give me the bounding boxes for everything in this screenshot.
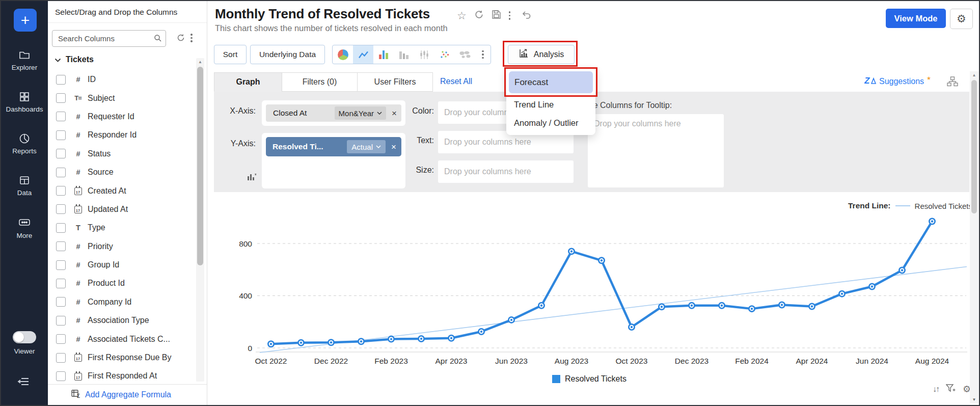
x-axis-granularity-dropdown[interactable]: Mon&Year <box>335 106 387 120</box>
reset-all-link[interactable]: Reset All <box>440 77 472 86</box>
tab-user-filters[interactable]: User Filters <box>357 72 433 92</box>
search-columns-input[interactable] <box>52 30 166 47</box>
size-dropzone[interactable]: Drop your columns here <box>438 160 574 183</box>
column-checkbox[interactable] <box>56 149 66 158</box>
column-checkbox[interactable] <box>56 279 66 288</box>
column-row[interactable]: # Responder Id <box>48 126 197 144</box>
columns-more-menu-icon[interactable] <box>190 34 193 42</box>
candlestick-chart-icon[interactable] <box>414 45 434 64</box>
column-checkbox[interactable] <box>56 260 66 270</box>
column-row[interactable]: First Responded At <box>48 367 197 385</box>
y-axis-dropzone[interactable]: Resolved Ti... Actual × <box>262 133 405 188</box>
bar-chart-icon[interactable] <box>373 45 394 64</box>
data-point[interactable] <box>388 336 395 343</box>
refresh-columns-icon[interactable] <box>176 33 185 44</box>
data-point[interactable] <box>328 339 335 346</box>
tab-filters[interactable]: Filters (0) <box>282 72 358 92</box>
scatter-chart-icon[interactable] <box>434 45 455 64</box>
undo-icon[interactable] <box>521 10 532 21</box>
scroll-up-icon[interactable]: ▲ <box>970 73 978 77</box>
data-point[interactable] <box>418 335 425 342</box>
columns-scrollbar[interactable]: ▲ <box>196 58 204 382</box>
data-point[interactable] <box>899 267 906 274</box>
column-checkbox[interactable] <box>56 316 66 326</box>
column-checkbox[interactable] <box>56 75 66 85</box>
column-checkbox[interactable] <box>56 334 66 344</box>
tab-graph[interactable]: Graph <box>214 72 282 92</box>
data-point[interactable] <box>808 303 815 310</box>
data-point[interactable] <box>508 316 515 323</box>
add-aggregate-formula-link[interactable]: Σ Add Aggregate Formula <box>48 384 207 405</box>
column-row[interactable]: # Status <box>48 145 197 163</box>
column-checkbox[interactable] <box>56 130 66 140</box>
scrollbar-thumb[interactable] <box>197 67 203 265</box>
column-checkbox[interactable] <box>56 168 66 177</box>
x-axis-chip[interactable]: Closed At Mon&Year × <box>266 104 401 122</box>
column-row[interactable]: # Company Id <box>48 293 197 311</box>
scroll-down-icon[interactable]: ▼ <box>970 397 978 402</box>
data-point[interactable] <box>568 248 575 255</box>
menu-item-anomaly-outlier[interactable]: Anomaly / Outlier <box>506 114 595 132</box>
column-checkbox[interactable] <box>56 297 66 307</box>
y-axis-chip[interactable]: Resolved Ti... Actual × <box>266 137 401 156</box>
settings-gear-button[interactable]: ⚙ <box>950 9 973 29</box>
column-checkbox[interactable] <box>56 223 66 233</box>
table-group-tickets[interactable]: Tickets <box>55 55 94 64</box>
menu-item-trend-line[interactable]: Trend Line <box>506 95 595 114</box>
sidebar-item-explorer[interactable]: Explorer <box>1 49 48 71</box>
column-checkbox[interactable] <box>56 204 66 214</box>
sitemap-icon[interactable] <box>947 76 958 89</box>
tooltip-dropzone[interactable]: Drop your columns here <box>588 114 724 187</box>
data-point[interactable] <box>448 335 455 342</box>
map-chart-icon[interactable] <box>455 45 475 64</box>
analysis-button[interactable]: Analysis <box>508 45 575 64</box>
sort-button[interactable]: Sort <box>214 45 247 64</box>
column-row[interactable]: First Response Due By <box>48 348 197 367</box>
data-point[interactable] <box>688 302 695 309</box>
axis-settings-icon[interactable] <box>247 172 257 183</box>
data-point[interactable] <box>868 283 876 290</box>
column-row[interactable]: # Association Type <box>48 311 197 330</box>
sidebar-item-data[interactable]: Data <box>1 174 48 197</box>
filter-add-icon[interactable] <box>946 384 956 395</box>
data-point[interactable] <box>538 302 545 309</box>
column-checkbox[interactable] <box>56 241 66 251</box>
data-point[interactable] <box>778 301 785 308</box>
data-point[interactable] <box>598 257 605 264</box>
view-mode-button[interactable]: View Mode <box>886 9 946 28</box>
remove-y-axis-icon[interactable]: × <box>391 143 396 151</box>
column-row[interactable]: # Associated Tickets C... <box>48 330 197 348</box>
column-row[interactable]: T Type <box>48 219 197 237</box>
column-row[interactable]: # Source <box>48 163 197 181</box>
pie-chart-icon[interactable] <box>333 45 353 64</box>
column-row[interactable]: # ID <box>48 70 197 89</box>
refresh-icon[interactable] <box>474 10 484 21</box>
viewer-toggle[interactable] <box>13 331 36 343</box>
collapse-sidebar-icon[interactable] <box>16 376 32 389</box>
data-point[interactable] <box>267 340 275 347</box>
data-point[interactable] <box>628 323 635 331</box>
column-row[interactable]: Created At <box>48 181 197 200</box>
column-checkbox[interactable] <box>56 371 66 381</box>
column-row[interactable]: # Group Id <box>48 256 197 274</box>
title-more-menu-icon[interactable] <box>509 11 511 20</box>
column-checkbox[interactable] <box>56 353 66 363</box>
sidebar-item-reports[interactable]: Reports <box>1 132 48 155</box>
column-row[interactable]: T≡ Subject <box>48 89 197 107</box>
data-point[interactable] <box>748 305 755 312</box>
favorite-star-icon[interactable]: ☆ <box>457 11 467 21</box>
main-scrollbar[interactable]: ▲ ▼ <box>970 71 978 403</box>
create-new-button[interactable]: + <box>14 9 37 32</box>
data-point[interactable] <box>658 303 665 310</box>
menu-item-forecast[interactable]: Forecast <box>509 71 593 93</box>
line-chart-icon[interactable] <box>353 45 373 64</box>
x-axis-dropzone[interactable]: Closed At Mon&Year × <box>262 100 405 126</box>
data-point[interactable] <box>297 339 305 346</box>
data-point[interactable] <box>358 338 365 345</box>
suggestions-button[interactable]: Z Suggestions ★ <box>864 75 931 88</box>
column-checkbox[interactable] <box>56 93 66 103</box>
chart-legend[interactable]: Resolved Tickets <box>552 374 627 384</box>
scrollbar-thumb[interactable] <box>971 80 977 213</box>
column-row[interactable]: # Priority <box>48 237 197 256</box>
column-checkbox[interactable] <box>56 186 66 196</box>
